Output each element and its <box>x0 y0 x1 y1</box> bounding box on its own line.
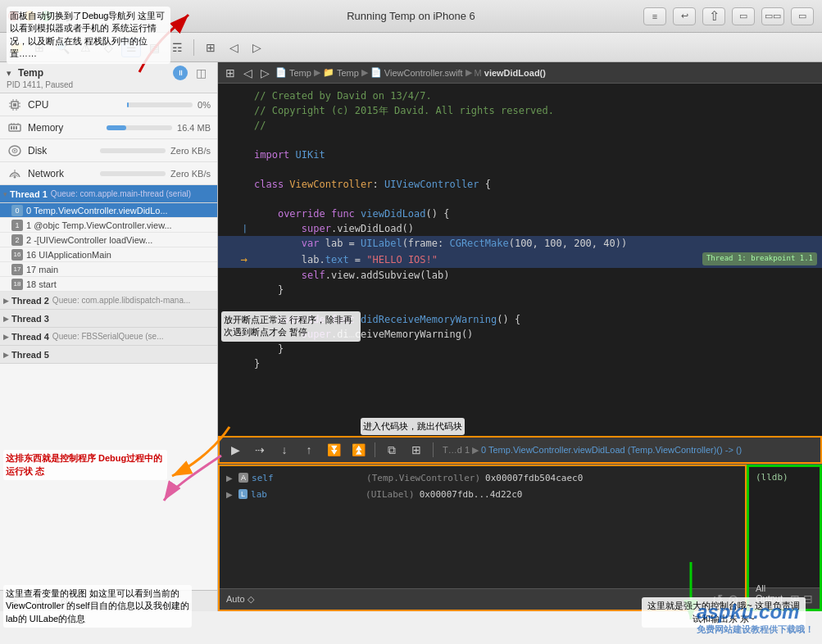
add-watch-btn[interactable]: + <box>5 592 25 611</box>
toolbar-separator <box>193 39 194 56</box>
memory-bar <box>107 125 172 130</box>
debug-nav-icon[interactable]: ☰ <box>121 38 141 57</box>
add-file-icon[interactable]: ⊞ <box>30 38 49 57</box>
nav-grid-btn[interactable]: ⊞ <box>223 66 238 79</box>
thread-group-5: ▶ Thread 5 <box>0 346 217 364</box>
code-line-import: import UIKit <box>218 147 822 162</box>
stop-button[interactable]: ■ <box>86 7 106 26</box>
layout-btn-1[interactable]: ≡ <box>643 7 666 25</box>
crumb-file[interactable]: ViewController.swift <box>384 68 463 78</box>
frame-icon-1: 1 <box>11 220 23 231</box>
inspector-icon[interactable]: ☶ <box>167 38 187 57</box>
nav-back-btn[interactable]: ◁ <box>241 66 255 79</box>
watermark-sub: 免费网站建设教程供下载哦！ <box>697 624 814 636</box>
layout-btn-6[interactable]: ▭ <box>791 7 814 25</box>
layout-btn-3[interactable]: ⇧ <box>702 7 725 25</box>
close-button[interactable] <box>8 11 19 21</box>
layout-btn-5[interactable]: ▭▭ <box>761 7 784 25</box>
maximize-button[interactable] <box>41 11 52 21</box>
network-row: Network Zero KB/s <box>0 162 217 185</box>
vars-panel: ▶ A self (Temp.ViewController) 0x00007fd… <box>218 465 747 611</box>
dt-step-over-btn[interactable]: ⇢ <box>249 441 270 459</box>
thread-1-sublabel: Queue: com.apple.main-thread (serial) <box>51 189 191 198</box>
frame-icon-16: 16 <box>11 249 23 261</box>
crumb-temp2[interactable]: Temp <box>337 68 359 78</box>
thread-1-item-0[interactable]: 0 0 Temp.ViewController.viewDidLo... <box>0 203 217 218</box>
dt-step-into-btn[interactable]: ↓ <box>274 441 295 459</box>
thread-4-header[interactable]: ▶ Thread 4 Queue: FBSSerialQueue (se... <box>0 328 217 346</box>
svg-rect-12 <box>13 126 15 129</box>
main-layout: ▾ Temp ⏸ ◫ PID 1411, Paused CPU 0% Memo <box>0 62 822 611</box>
var-expand-self[interactable]: ▶ <box>226 474 236 483</box>
warning-icon[interactable]: ⚠ <box>75 38 95 57</box>
disk-bar <box>100 148 166 153</box>
console-content[interactable]: (lldb) <box>749 467 820 587</box>
code-line-blank1 <box>218 133 822 147</box>
breakpoint-icon[interactable]: ◇ <box>98 38 118 57</box>
debug-nav-header: ▾ Temp ⏸ ◫ PID 1411, Paused <box>0 62 217 93</box>
code-line-override: override func viewDidLoad() { <box>218 206 822 221</box>
dt-grid-btn[interactable]: ⊞ <box>406 441 427 459</box>
nav-fwd-btn[interactable]: ▷ <box>258 66 272 79</box>
folder-icon[interactable]: 📁 <box>7 38 26 57</box>
thread-2-sublabel: Queue: com.apple.libdispatch-mana... <box>52 296 190 305</box>
var-name-lab: lab <box>251 489 366 500</box>
thread-1-item-16[interactable]: 16 16 UIApplicationMain <box>0 247 217 262</box>
thread-1-item-18[interactable]: 18 18 start <box>0 277 217 292</box>
memory-icon: ◫ <box>191 66 211 80</box>
network-icon <box>7 167 23 180</box>
search-icon[interactable]: 🔍 <box>52 38 72 57</box>
left-panel: ▾ Temp ⏸ ◫ PID 1411, Paused CPU 0% Memo <box>0 62 218 611</box>
nav-grid-icon[interactable]: ⊞ <box>201 38 220 57</box>
dt-step-out-btn[interactable]: ↑ <box>298 441 320 459</box>
layout-btn-4[interactable]: ▭ <box>732 7 755 25</box>
thread-5-header[interactable]: ▶ Thread 5 <box>0 346 217 364</box>
code-line-close1: } <box>218 283 822 297</box>
dt-download-btn[interactable]: ⏬ <box>323 441 344 459</box>
memory-row: Memory 16.4 MB <box>0 116 217 139</box>
settings-btn[interactable]: ⚙ <box>54 592 74 611</box>
thread-1-item-1[interactable]: 1 1 @objc Temp.ViewController.view... <box>0 218 217 233</box>
dt-copy-btn[interactable]: ⧉ <box>381 441 402 459</box>
frame-2-label: 2 -[UIViewController loadView... <box>26 235 152 245</box>
svg-rect-13 <box>16 126 17 129</box>
var-value-lab: 0x00007fdb...4d22c0 <box>420 489 523 500</box>
dt-sep-1 <box>375 442 375 457</box>
breadcrumb: 📄 Temp ▶ 📁 Temp ▶ 📄 ViewController.swift… <box>275 67 546 78</box>
app-name: Temp <box>18 67 43 79</box>
minimize-button[interactable] <box>25 11 35 21</box>
disk-row: Disk Zero KB/s <box>0 139 217 162</box>
thread-3-header[interactable]: ▶ Thread 3 <box>0 310 217 328</box>
filter-btn[interactable]: ⊞ <box>30 592 49 611</box>
breakpoint-badge: Thread 1: breakpoint 1.1 <box>702 252 817 265</box>
thread-5-arrow: ▶ <box>3 351 9 359</box>
layout-btn-2[interactable]: ↩ <box>673 7 696 25</box>
dt-upload-btn[interactable]: ⏫ <box>347 441 369 459</box>
thread-1-item-17[interactable]: 17 17 main <box>0 262 217 277</box>
thread-1-header[interactable]: ▾ Thread 1 Queue: com.apple.main-thread … <box>0 185 217 203</box>
auto-select[interactable]: Auto ◇ <box>226 594 254 605</box>
var-row-self[interactable]: ▶ A self (Temp.ViewController) 0x00007fd… <box>220 469 745 486</box>
code-line-blank4 <box>218 297 822 312</box>
thread-2-header[interactable]: ▶ Thread 2 Queue: com.apple.libdispatch-… <box>0 292 217 310</box>
toolbar-2: 📁 ⊞ 🔍 ⚠ ◇ ☰ ▤ ☶ ⊞ ◁ ▷ <box>0 33 822 62</box>
cpu-icon <box>7 98 23 111</box>
code-line-labtext: → lab.text = "HELLO IOS!" Thread 1: brea… <box>218 251 822 268</box>
console-panel: (lldb) All Output ◇ ⊞ ⊟ <box>747 465 822 611</box>
var-row-lab[interactable]: ▶ L lab (UILabel) 0x00007fdb...4d22c0 <box>220 486 745 502</box>
nav-back-icon[interactable]: ◁ <box>224 38 243 57</box>
frame-16-label: 16 UIApplicationMain <box>26 250 111 260</box>
code-line-3: // <box>218 118 822 133</box>
crumb-method[interactable]: viewDidLoad() <box>484 68 546 78</box>
thread-4-label: Thread 4 <box>11 332 49 342</box>
play-button[interactable]: ▶ <box>61 7 81 26</box>
dt-resume-btn[interactable]: ▶ <box>225 441 246 459</box>
code-line-close3: } <box>218 356 822 371</box>
var-expand-lab[interactable]: ▶ <box>226 490 236 499</box>
thread-1-item-2[interactable]: 2 2 -[UIViewController loadView... <box>0 233 217 247</box>
nav-forward-icon[interactable]: ▷ <box>247 38 266 57</box>
crumb-temp1[interactable]: Temp <box>289 68 311 78</box>
var-type-self: (Temp.ViewController) <box>366 473 480 483</box>
thread-icon[interactable]: ▤ <box>144 38 164 57</box>
dt-frame-label[interactable]: 0 Temp.ViewController.viewDidLoad (Temp.… <box>481 445 742 455</box>
